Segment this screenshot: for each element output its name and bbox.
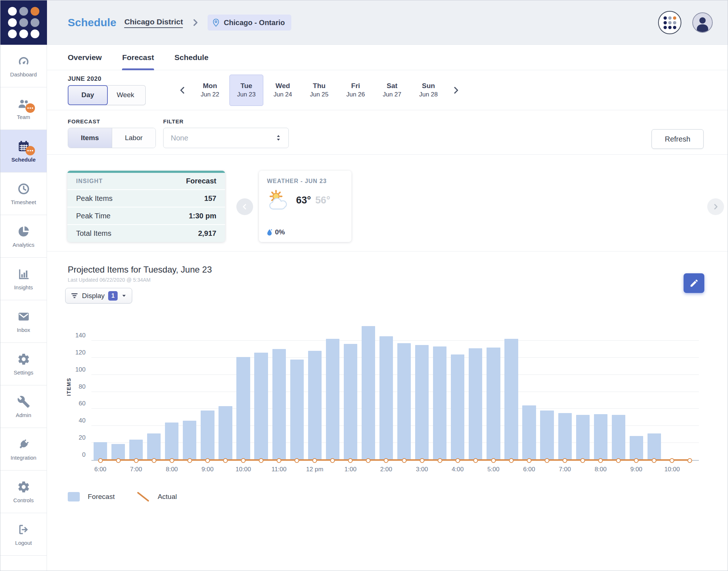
forecast-bar-7:30pm[interactable]: [576, 415, 590, 460]
sidebar-item-timesheet[interactable]: Timesheet: [0, 173, 47, 215]
forecast-bar-9:30pm[interactable]: [648, 433, 661, 460]
view-toggle-day[interactable]: Day: [68, 85, 108, 105]
actual-point-4:30pm[interactable]: [473, 458, 478, 463]
app-switcher-button[interactable]: [658, 11, 681, 34]
forecast-bar-6:00am[interactable]: [94, 442, 107, 460]
forecast-bar-11:00am[interactable]: [272, 349, 286, 460]
actual-point-10:00am[interactable]: [241, 458, 246, 463]
actual-point-7:30pm[interactable]: [581, 458, 585, 463]
forecast-bar-12:30pm[interactable]: [326, 339, 339, 460]
location-chip[interactable]: Chicago - Ontario: [208, 15, 291, 31]
actual-point-5:00pm[interactable]: [491, 458, 496, 463]
cards-prev-arrow[interactable]: [236, 198, 253, 215]
next-day-arrow[interactable]: [450, 84, 462, 96]
actual-point-8:00pm[interactable]: [598, 458, 603, 463]
day-button-mon[interactable]: MonJun 22: [193, 75, 227, 106]
brand-logo[interactable]: [0, 0, 47, 45]
actual-point-6:30am[interactable]: [116, 458, 121, 463]
sidebar-item-integration[interactable]: Integration: [0, 428, 47, 471]
tab-forecast[interactable]: Forecast: [122, 45, 154, 70]
actual-point-3:00pm[interactable]: [420, 458, 424, 463]
actual-point-5:30pm[interactable]: [509, 458, 513, 463]
actual-point-3:30pm[interactable]: [437, 458, 442, 463]
forecast-bar-1:00pm[interactable]: [344, 344, 357, 460]
actual-point-9:00am[interactable]: [205, 458, 210, 463]
actual-point-9:30am[interactable]: [223, 458, 228, 463]
actual-point-9:00pm[interactable]: [634, 458, 639, 463]
forecast-bar-6:30am[interactable]: [111, 444, 125, 460]
actual-point-6:00pm[interactable]: [527, 458, 531, 463]
actual-point-4:00pm[interactable]: [455, 458, 460, 463]
forecast-bar-10:00am[interactable]: [236, 357, 250, 460]
tab-overview[interactable]: Overview: [68, 45, 102, 70]
forecast-bar-1:30pm[interactable]: [362, 326, 375, 460]
forecast-bar-6:00pm[interactable]: [522, 405, 536, 460]
display-button[interactable]: Display 1: [65, 288, 132, 304]
actual-point-11:30am[interactable]: [295, 458, 299, 463]
forecast-bar-5:30pm[interactable]: [504, 339, 518, 460]
user-avatar[interactable]: [692, 12, 713, 33]
sidebar-item-analytics[interactable]: Analytics: [0, 215, 47, 258]
forecast-bar-8:30am[interactable]: [183, 421, 196, 460]
forecast-bar-7:00pm[interactable]: [558, 413, 572, 460]
actual-point-7:00pm[interactable]: [563, 458, 567, 463]
forecast-bar-2:00pm[interactable]: [379, 336, 393, 460]
forecast-bar-9:00pm[interactable]: [630, 436, 643, 460]
forecast-bar-8:00am[interactable]: [165, 423, 178, 460]
actual-point-1:30pm[interactable]: [366, 458, 371, 463]
forecast-bar-5:00pm[interactable]: [487, 348, 500, 460]
actual-point-8:30am[interactable]: [187, 458, 192, 463]
day-button-sun[interactable]: SunJun 28: [412, 75, 445, 106]
actual-point-11:00am[interactable]: [277, 458, 282, 463]
actual-point-10:30pm[interactable]: [688, 458, 692, 463]
actual-point-6:00am[interactable]: [98, 458, 103, 463]
sidebar-item-inbox[interactable]: Inbox: [0, 300, 47, 343]
forecast-bar-10:30am[interactable]: [254, 353, 268, 460]
sidebar-item-insights[interactable]: Insights: [0, 258, 47, 300]
actual-point-10:00pm[interactable]: [670, 458, 674, 463]
actual-point-2:30pm[interactable]: [402, 458, 406, 463]
forecast-bar-2:30pm[interactable]: [397, 343, 411, 460]
actual-point-12:00pm[interactable]: [312, 458, 317, 463]
actual-point-1:00pm[interactable]: [348, 458, 353, 463]
actual-point-7:00am[interactable]: [134, 458, 138, 463]
actual-point-10:30am[interactable]: [259, 458, 264, 463]
forecast-bar-8:30pm[interactable]: [612, 415, 625, 460]
refresh-button[interactable]: Refresh: [652, 129, 704, 149]
prev-day-arrow[interactable]: [176, 84, 189, 96]
day-button-fri[interactable]: FriJun 26: [339, 75, 373, 106]
actual-point-7:30am[interactable]: [151, 458, 156, 463]
day-button-tue[interactable]: TueJun 23: [229, 75, 263, 106]
forecast-bar-6:30pm[interactable]: [540, 411, 554, 460]
sidebar-item-team[interactable]: Team: [0, 87, 47, 130]
view-toggle-week[interactable]: Week: [106, 85, 146, 105]
sidebar-item-settings[interactable]: Settings: [0, 343, 47, 385]
breadcrumb-district-link[interactable]: Chicago District: [124, 17, 183, 28]
forecast-bar-9:00am[interactable]: [201, 411, 214, 460]
forecast-toggle-items[interactable]: Items: [68, 128, 112, 148]
sidebar-item-schedule[interactable]: Schedule: [0, 130, 47, 173]
forecast-bar-4:30pm[interactable]: [469, 348, 482, 460]
forecast-bar-8:00pm[interactable]: [594, 414, 607, 460]
sidebar-item-dashboard[interactable]: Dashboard: [0, 45, 47, 87]
actual-point-8:30pm[interactable]: [616, 458, 621, 463]
forecast-bar-3:30pm[interactable]: [433, 346, 446, 460]
sidebar-item-logout[interactable]: Logout: [0, 513, 47, 556]
day-button-sat[interactable]: SatJun 27: [375, 75, 409, 106]
tab-schedule[interactable]: Schedule: [174, 45, 208, 70]
filter-select[interactable]: None: [163, 128, 289, 148]
day-button-thu[interactable]: ThuJun 25: [302, 75, 336, 106]
cards-next-arrow[interactable]: [707, 198, 724, 215]
day-button-wed[interactable]: WedJun 24: [266, 75, 300, 106]
forecast-bar-11:30am[interactable]: [290, 360, 304, 460]
actual-point-8:00am[interactable]: [169, 458, 174, 463]
forecast-bar-7:30am[interactable]: [147, 433, 161, 460]
actual-point-6:30pm[interactable]: [545, 458, 550, 463]
sidebar-item-admin[interactable]: Admin: [0, 385, 47, 428]
edit-forecast-button[interactable]: [684, 273, 704, 293]
actual-point-9:30pm[interactable]: [652, 458, 657, 463]
forecast-bar-3:00pm[interactable]: [415, 345, 429, 460]
actual-point-12:30pm[interactable]: [330, 458, 335, 463]
forecast-bar-12:00pm[interactable]: [308, 351, 322, 460]
forecast-bar-4:00pm[interactable]: [451, 354, 464, 460]
